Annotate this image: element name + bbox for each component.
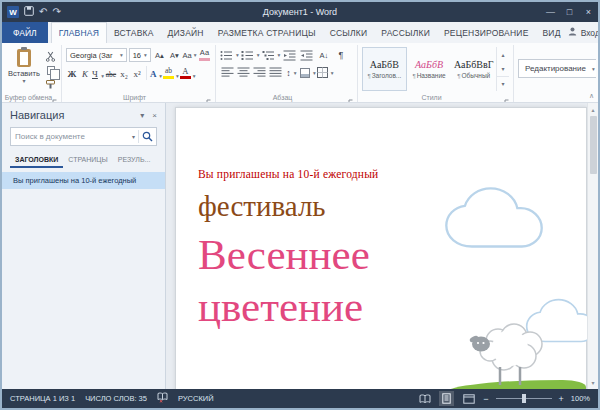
multilevel-list-button[interactable]: ▾ bbox=[262, 48, 281, 63]
bold-button[interactable]: Ж bbox=[66, 64, 78, 81]
styles-more-icon[interactable]: ▾ bbox=[497, 76, 509, 91]
document-page[interactable]: Вы приглашены на 10-й ежегодный фестивал… bbox=[175, 107, 587, 389]
tab-home[interactable]: ГЛАВНАЯ bbox=[51, 22, 107, 43]
navigation-close-icon[interactable]: × bbox=[152, 111, 157, 120]
style-heading1[interactable]: АаБбВ ¶Заголов... bbox=[362, 47, 407, 91]
line-spacing-button[interactable]: ↕ ▾ bbox=[284, 65, 299, 80]
clipboard-dialog-launcher-icon[interactable] bbox=[52, 93, 60, 101]
navigation-options-caret-icon[interactable]: ▾ bbox=[140, 111, 144, 120]
collapse-ribbon-icon[interactable]: ∧ bbox=[589, 92, 594, 100]
search-icon[interactable] bbox=[142, 128, 153, 146]
print-layout-icon bbox=[442, 393, 451, 404]
word-count[interactable]: ЧИСЛО СЛОВ: 35 bbox=[85, 394, 147, 403]
italic-button[interactable]: К bbox=[79, 64, 91, 81]
editing-caret-icon: ▾ bbox=[590, 66, 595, 72]
tab-insert[interactable]: ВСТАВКА bbox=[107, 22, 161, 43]
tab-design[interactable]: ДИЗАЙН bbox=[161, 22, 211, 43]
editing-button[interactable]: Редактирование ▾ bbox=[518, 59, 596, 78]
font-name-combo[interactable]: Georgia (Заг ▾ bbox=[66, 48, 127, 62]
highlight-button[interactable]: ab ▾ bbox=[163, 64, 179, 81]
word-app-icon[interactable]: W bbox=[7, 6, 19, 18]
paste-label: Вставить bbox=[8, 69, 40, 78]
text-effects-button[interactable]: А ▾ bbox=[150, 64, 162, 81]
document-festival-line: фестиваль bbox=[198, 190, 586, 223]
zoom-slider-thumb[interactable] bbox=[522, 394, 526, 403]
scroll-up-icon[interactable]: ▴ bbox=[591, 103, 594, 116]
justify-button[interactable] bbox=[268, 65, 283, 80]
zoom-level[interactable]: 100% bbox=[571, 394, 590, 403]
nav-tab-results[interactable]: РЕЗУЛЬ... bbox=[113, 153, 156, 168]
minimize-button[interactable]: — bbox=[541, 2, 560, 22]
language-indicator[interactable]: РУССКИЙ bbox=[178, 394, 214, 403]
increase-indent-button[interactable] bbox=[299, 48, 314, 63]
align-center-button[interactable] bbox=[236, 65, 251, 80]
styles-dialog-launcher-icon[interactable] bbox=[504, 93, 512, 101]
scrollbar-thumb[interactable] bbox=[590, 116, 597, 174]
tab-references[interactable]: ССЫЛКИ bbox=[323, 22, 375, 43]
format-painter-button[interactable] bbox=[44, 78, 57, 90]
strikethrough-button[interactable]: abc bbox=[105, 64, 117, 81]
grow-font-button[interactable]: А▴ bbox=[153, 48, 166, 62]
redo-icon[interactable]: ↷ bbox=[52, 7, 60, 17]
numbering-button[interactable]: ▾ bbox=[241, 48, 260, 63]
search-options-caret-icon[interactable]: ▾ bbox=[129, 133, 138, 140]
bullets-button[interactable]: ▾ bbox=[220, 48, 239, 63]
underline-button[interactable]: Ч ▾ bbox=[92, 64, 104, 81]
style-title[interactable]: АаБбВ ¶Название bbox=[407, 47, 452, 91]
tab-page-layout[interactable]: РАЗМЕТКА СТРАНИЦЫ bbox=[211, 22, 323, 43]
superscript-button[interactable]: x² bbox=[131, 64, 143, 81]
decrease-indent-icon bbox=[283, 50, 296, 61]
file-tab[interactable]: ФАЙЛ bbox=[2, 22, 48, 43]
proofing-icon[interactable] bbox=[157, 392, 168, 405]
shading-button[interactable]: ▾ bbox=[300, 65, 316, 80]
search-input[interactable] bbox=[11, 132, 129, 141]
align-left-button[interactable] bbox=[220, 65, 235, 80]
decrease-indent-button[interactable] bbox=[282, 48, 297, 63]
change-case-label: Аа bbox=[182, 51, 191, 60]
font-dialog-launcher-icon[interactable] bbox=[206, 93, 214, 101]
line-spacing-caret-icon: ▾ bbox=[292, 70, 297, 76]
tab-mailings[interactable]: РАССЫЛКИ bbox=[374, 22, 437, 43]
undo-icon[interactable]: ↶ bbox=[39, 7, 47, 17]
subscript-button[interactable]: x₂ bbox=[118, 64, 130, 81]
font-color-button[interactable]: А ▾ bbox=[180, 64, 196, 81]
show-marks-button[interactable]: ¶ bbox=[333, 48, 348, 63]
nav-tab-pages[interactable]: СТРАНИЦЫ bbox=[63, 153, 112, 168]
styles-scroll-down-icon[interactable]: ▾ bbox=[497, 61, 509, 75]
zoom-out-button[interactable]: − bbox=[483, 394, 488, 404]
tab-review[interactable]: РЕЦЕНЗИРОВАНИЕ bbox=[437, 22, 536, 43]
maximize-button[interactable]: □ bbox=[560, 2, 579, 22]
nav-heading-item[interactable]: Вы приглашены на 10-й ежегодный bbox=[2, 172, 165, 189]
read-mode-button[interactable] bbox=[417, 391, 432, 406]
sort-button[interactable]: А↓ bbox=[316, 48, 331, 63]
cut-button[interactable] bbox=[44, 50, 57, 62]
zoom-in-button[interactable]: + bbox=[559, 394, 564, 404]
clear-formatting-button[interactable]: Аа bbox=[198, 48, 211, 62]
font-size-combo[interactable]: 16 ▾ bbox=[129, 48, 151, 62]
nav-tab-headings[interactable]: ЗАГОЛОВКИ bbox=[10, 153, 63, 168]
change-case-button[interactable]: Аа ▾ bbox=[183, 48, 196, 62]
page-indicator[interactable]: СТРАНИЦА 1 ИЗ 1 bbox=[10, 394, 75, 403]
close-button[interactable]: × bbox=[579, 2, 598, 22]
scroll-down-icon[interactable]: ▾ bbox=[591, 376, 594, 389]
align-center-icon bbox=[237, 67, 250, 78]
styles-group: АаБбВ ¶Заголов... АаБбВ ¶Название АаБбВв… bbox=[358, 45, 514, 102]
save-icon[interactable] bbox=[24, 6, 34, 18]
tab-view[interactable]: ВИД bbox=[536, 22, 568, 43]
paragraph-dialog-launcher-icon[interactable] bbox=[348, 93, 356, 101]
align-left-icon bbox=[221, 67, 234, 78]
font-name-value: Georgia (Заг bbox=[70, 51, 113, 60]
shrink-font-button[interactable]: А▾ bbox=[168, 48, 181, 62]
sign-in-button[interactable]: Вход bbox=[568, 22, 600, 43]
align-right-button[interactable] bbox=[252, 65, 267, 80]
web-layout-button[interactable] bbox=[461, 391, 476, 406]
borders-button[interactable]: ▾ bbox=[317, 65, 334, 80]
print-layout-button[interactable] bbox=[439, 391, 454, 406]
copy-button[interactable] bbox=[44, 64, 57, 76]
zoom-slider[interactable] bbox=[496, 398, 552, 399]
styles-scroll-up-icon[interactable]: ▴ bbox=[497, 47, 509, 61]
paste-button[interactable]: Вставить ▾ bbox=[8, 47, 40, 90]
style-normal[interactable]: АаБбВвГ ¶Обычный bbox=[451, 47, 496, 91]
vertical-scrollbar[interactable]: ▴ ▾ bbox=[587, 103, 598, 389]
document-content[interactable]: Вы приглашены на 10-й ежегодный фестивал… bbox=[176, 108, 586, 334]
